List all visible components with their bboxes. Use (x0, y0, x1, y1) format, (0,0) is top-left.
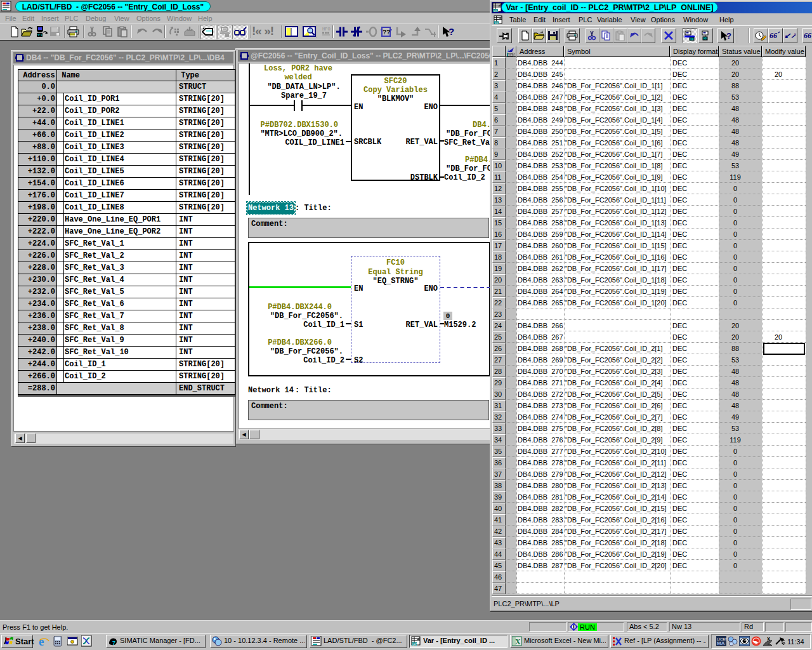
svg-text:VAT: VAT (494, 10, 499, 13)
svg-text:MA: MA (717, 640, 725, 646)
svg-text:VAT: VAT (412, 643, 418, 647)
svg-text:X: X (515, 637, 521, 646)
svg-text:HFO: HFO (322, 27, 331, 32)
svg-text:66: 66 (769, 31, 777, 40)
svg-text:e: e (39, 635, 44, 647)
svg-text:?: ? (449, 26, 454, 37)
svg-text:↙↗: ↙↗ (784, 31, 796, 40)
svg-text:??: ?? (383, 29, 390, 36)
svg-text:01: 01 (704, 37, 707, 41)
svg-text:VAT: VAT (494, 22, 500, 25)
svg-text:?: ? (726, 31, 731, 41)
svg-text:66: 66 (804, 31, 811, 40)
svg-text:7: 7 (112, 640, 115, 646)
svg-text:01: 01 (690, 38, 694, 41)
